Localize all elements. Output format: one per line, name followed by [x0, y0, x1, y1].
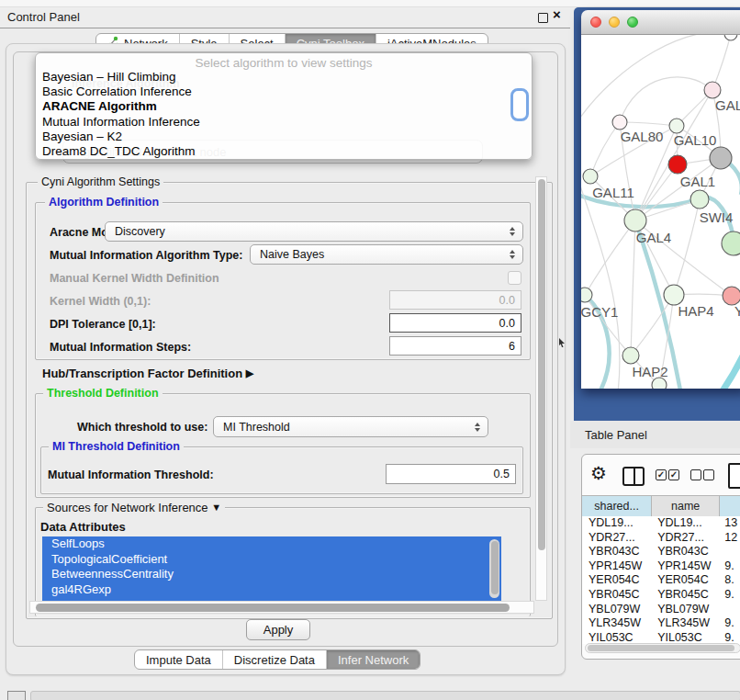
select-checked-icon[interactable]: ✓ — [656, 469, 667, 480]
apply-label: Apply — [263, 623, 294, 637]
attribute-item-gal4rgexp[interactable]: gal4RGexp — [42, 582, 501, 598]
settings-horizontal-scrollbar[interactable] — [29, 601, 534, 614]
network-node-gal80[interactable] — [612, 115, 627, 130]
select-checked-icon[interactable]: ✓ — [668, 469, 679, 480]
float-window-icon[interactable] — [538, 13, 548, 23]
tab-impute-data[interactable]: Impute Data — [135, 650, 223, 669]
mi-type-select[interactable]: Naive Bayes — [250, 244, 523, 265]
table-row[interactable]: YIL053CYIL053C9. — [582, 631, 740, 644]
which-threshold-value: MI Threshold — [223, 421, 290, 434]
table-cell: 13 — [720, 516, 740, 531]
network-edge — [674, 199, 700, 295]
minimize-traffic-light[interactable] — [609, 17, 620, 28]
cyni-settings-title: Cyni Algorithm Settings — [38, 175, 163, 188]
network-node-hap2[interactable] — [622, 347, 639, 364]
network-node[interactable] — [722, 231, 740, 255]
network-node-gal1[interactable] — [668, 155, 687, 174]
bottom-left-panel-icon[interactable] — [7, 691, 26, 700]
network-node-gal4[interactable] — [624, 209, 646, 231]
table-row[interactable]: YLR345WYLR345W9. — [582, 616, 740, 631]
table-horizontal-scrollbar[interactable] — [585, 643, 740, 653]
new-table-icon[interactable] — [728, 463, 740, 489]
bottom-resize-bar[interactable] — [30, 691, 740, 700]
mi-steps-input[interactable]: 6 — [389, 336, 521, 356]
table-row[interactable]: YBR043CYBR043C — [582, 545, 740, 559]
table-cell: YBL079W — [582, 603, 652, 617]
table-row[interactable]: YDR27...YDR27...12 — [582, 531, 740, 546]
table-cell — [720, 545, 740, 559]
table-cell: YPR145W — [582, 559, 652, 574]
network-edge — [620, 77, 712, 122]
tab-discretize-data[interactable]: Discretize Data — [223, 650, 327, 669]
algorithm-option-basic-correlation-inference[interactable]: Basic Correlation Inference — [36, 85, 532, 99]
algorithm-option-dream8-dc-tdc-algorithm[interactable]: Dream8 DC_TDC Algorithm — [36, 144, 532, 159]
table-row[interactable]: YBR045CYBR045C9. — [582, 588, 740, 603]
table-header-row: shared...name — [582, 495, 740, 517]
node-label-gal1: GAL1 — [680, 174, 715, 189]
select-unchecked-icon[interactable] — [690, 469, 701, 480]
table-cell: YDR27... — [582, 531, 652, 546]
attribute-item-topologicalcoefficient[interactable]: TopologicalCoefficient — [42, 552, 501, 568]
network-node-swi4[interactable] — [690, 190, 709, 209]
mi-steps-label: Mutual Information Steps: — [50, 341, 191, 354]
node-label-gal4: GAL4 — [636, 230, 671, 245]
network-graph: GALGAL80GAL10GAL1GAL11SWI4GAL4HAP4YGCY1H… — [581, 34, 740, 389]
table-row[interactable]: YER054CYER054C8. — [582, 573, 740, 588]
mi-type-value: Naive Bayes — [260, 248, 324, 261]
table-cell: YDL19... — [582, 516, 652, 531]
close-icon[interactable]: × — [553, 6, 561, 22]
close-traffic-light[interactable] — [590, 17, 601, 28]
node-label-hap2: HAP2 — [632, 364, 667, 379]
network-window-titlebar[interactable] — [581, 10, 740, 35]
tab-infer-network[interactable]: Infer Network — [327, 650, 420, 669]
column-header-shared[interactable]: shared... — [582, 496, 652, 516]
which-threshold-select[interactable]: MI Threshold — [213, 416, 488, 437]
list-scrollbar[interactable] — [489, 539, 499, 598]
select-unchecked-icon[interactable] — [703, 469, 714, 480]
network-node-gal11[interactable] — [583, 169, 598, 184]
algorithm-option-bayesian-hill-climbing[interactable]: Bayesian – Hill Climbing — [36, 70, 532, 85]
table-row[interactable]: YPR145WYPR145W9. — [582, 559, 740, 574]
attribute-item-selfloops[interactable]: SelfLoops — [42, 536, 501, 552]
table-row[interactable]: YBL079WYBL079W — [582, 603, 740, 617]
network-node[interactable] — [710, 147, 732, 169]
apply-button[interactable]: Apply — [246, 619, 310, 640]
column-header-name[interactable]: name — [652, 496, 720, 516]
network-node-gcy1[interactable] — [581, 288, 592, 302]
table-cell: YBR043C — [652, 545, 720, 559]
combo-focus-ring[interactable] — [510, 88, 529, 121]
cyni-mode-tabs: Impute DataDiscretize DataInfer Network — [134, 649, 420, 670]
gear-icon[interactable]: ⚙ — [590, 462, 607, 484]
collapse-right-icon: ▶ — [246, 367, 253, 378]
network-node-gal10[interactable] — [669, 119, 684, 133]
network-node-y[interactable] — [723, 287, 740, 305]
hub-definition-expander[interactable]: Hub/Transcription Factor Definition ▶ — [42, 367, 253, 380]
table-panel-titlebar: Table Panel — [570, 421, 740, 448]
column-header-2[interactable] — [720, 496, 740, 516]
manual-kernel-checkbox[interactable] — [508, 271, 521, 285]
sources-title[interactable]: Sources for Network Inference ▼ — [43, 501, 225, 514]
kernel-width-value: 0.0 — [499, 294, 515, 307]
zoom-traffic-light[interactable] — [627, 17, 638, 28]
algorithm-option-mutual-information-inference[interactable]: Mutual Information Inference — [36, 115, 532, 130]
table-cell: YER054C — [652, 573, 720, 588]
algorithm-option-aracne-algorithm[interactable]: ARACNE Algorithm — [36, 99, 532, 114]
network-node[interactable] — [724, 34, 737, 40]
network-node-hap4[interactable] — [664, 285, 684, 305]
columns-icon[interactable] — [622, 467, 645, 486]
table-cell: YBR043C — [582, 545, 652, 559]
attribute-item-betweennesscentrality[interactable]: BetweennessCentrality — [42, 567, 501, 582]
table-row[interactable]: YDL19...YDL19...13 — [582, 516, 740, 531]
aracne-mode-select[interactable]: Discovery — [105, 221, 523, 242]
network-canvas[interactable]: GALGAL80GAL10GAL1GAL11SWI4GAL4HAP4YGCY1H… — [581, 34, 740, 389]
mi-threshold-label: Mutual Information Threshold: — [48, 469, 214, 481]
network-node-gal[interactable] — [704, 82, 721, 98]
kernel-width-input[interactable]: 0.0 — [389, 290, 521, 310]
kernel-width-label: Kernel Width (0,1): — [50, 295, 151, 308]
collapse-down-icon: ▼ — [211, 502, 221, 513]
settings-vertical-scrollbar[interactable] — [535, 176, 547, 601]
mi-threshold-input[interactable]: 0.5 — [386, 464, 516, 484]
algorithm-option-bayesian-k2[interactable]: Bayesian – K2 — [36, 130, 532, 144]
dpi-tolerance-input[interactable]: 0.0 — [389, 313, 521, 333]
aracne-mode-value: Discovery — [115, 225, 165, 238]
